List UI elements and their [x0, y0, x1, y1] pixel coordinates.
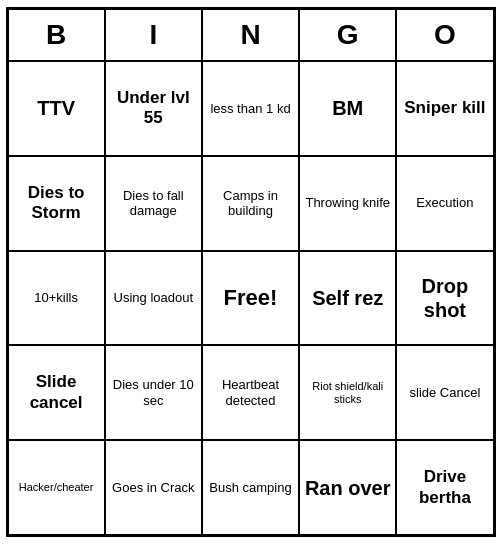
bingo-cell-4-0: Hacker/cheater: [9, 441, 106, 534]
bingo-cell-3-4: slide Cancel: [397, 346, 492, 439]
bingo-cell-1-1: Dies to fall damage: [106, 157, 203, 250]
bingo-cell-3-0: Slide cancel: [9, 346, 106, 439]
bingo-row-4: Hacker/cheaterGoes in CrackBush campingR…: [9, 441, 493, 534]
bingo-cell-1-0: Dies to Storm: [9, 157, 106, 250]
bingo-row-0: TTVUnder lvl 55less than 1 kdBMSniper ki…: [9, 62, 493, 157]
header-letter: O: [397, 10, 492, 60]
bingo-cell-1-4: Execution: [397, 157, 492, 250]
bingo-header: BINGO: [9, 10, 493, 62]
bingo-cell-1-3: Throwing knife: [300, 157, 397, 250]
bingo-cell-0-3: BM: [300, 62, 397, 155]
bingo-grid: TTVUnder lvl 55less than 1 kdBMSniper ki…: [9, 62, 493, 534]
bingo-cell-4-3: Ran over: [300, 441, 397, 534]
header-letter: G: [300, 10, 397, 60]
bingo-cell-2-1: Using loadout: [106, 252, 203, 345]
header-letter: B: [9, 10, 106, 60]
bingo-cell-3-2: Heartbeat detected: [203, 346, 300, 439]
bingo-cell-4-1: Goes in Crack: [106, 441, 203, 534]
bingo-card: BINGO TTVUnder lvl 55less than 1 kdBMSni…: [6, 7, 496, 537]
bingo-cell-0-1: Under lvl 55: [106, 62, 203, 155]
bingo-cell-2-3: Self rez: [300, 252, 397, 345]
bingo-cell-0-2: less than 1 kd: [203, 62, 300, 155]
bingo-cell-1-2: Camps in building: [203, 157, 300, 250]
header-letter: I: [106, 10, 203, 60]
bingo-cell-2-0: 10+kills: [9, 252, 106, 345]
header-letter: N: [203, 10, 300, 60]
bingo-cell-2-4: Drop shot: [397, 252, 492, 345]
bingo-cell-0-0: TTV: [9, 62, 106, 155]
bingo-cell-3-3: Riot shield/kali sticks: [300, 346, 397, 439]
bingo-cell-4-2: Bush camping: [203, 441, 300, 534]
bingo-cell-2-2: Free!: [203, 252, 300, 345]
bingo-row-1: Dies to StormDies to fall damageCamps in…: [9, 157, 493, 252]
bingo-cell-4-4: Drive bertha: [397, 441, 492, 534]
bingo-row-3: Slide cancelDies under 10 secHeartbeat d…: [9, 346, 493, 441]
bingo-row-2: 10+killsUsing loadoutFree!Self rezDrop s…: [9, 252, 493, 347]
bingo-cell-0-4: Sniper kill: [397, 62, 492, 155]
bingo-cell-3-1: Dies under 10 sec: [106, 346, 203, 439]
